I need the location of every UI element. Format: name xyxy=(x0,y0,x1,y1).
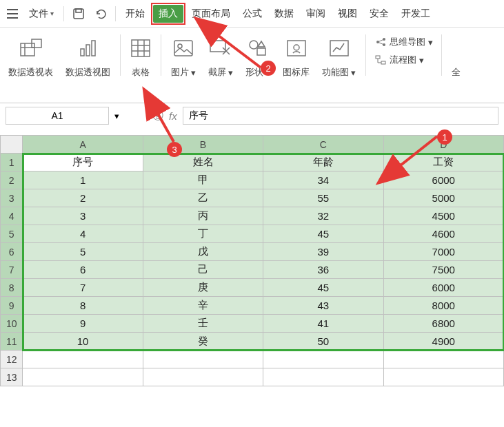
tab-start[interactable]: 开始 xyxy=(120,5,150,23)
cell[interactable]: 4500 xyxy=(383,207,503,225)
ribbon-screenshot[interactable]: 截屏▾ xyxy=(203,34,239,79)
ribbon-picture[interactable]: 图片▾ xyxy=(165,34,201,79)
cell[interactable] xyxy=(23,351,143,368)
cell[interactable]: 32 xyxy=(263,207,383,225)
tab-data[interactable]: 数据 xyxy=(269,5,299,23)
cell[interactable]: 45 xyxy=(263,279,383,297)
column-header[interactable]: A xyxy=(23,136,143,154)
row-header[interactable]: 6 xyxy=(1,243,23,261)
formula-input[interactable] xyxy=(183,107,498,125)
ribbon-pivot-table[interactable]: 数据透视表 xyxy=(3,34,59,79)
ribbon-pivot-chart[interactable]: 数据透视图 xyxy=(60,34,116,79)
row-header[interactable]: 7 xyxy=(1,261,23,279)
hamburger-icon[interactable] xyxy=(3,6,22,21)
cell[interactable]: 3 xyxy=(23,207,143,225)
cell[interactable]: 癸 xyxy=(143,333,263,351)
search-icon[interactable]: ⓖ xyxy=(152,109,163,123)
cell[interactable]: 55 xyxy=(263,189,383,207)
chevron-down-icon[interactable]: ▾ xyxy=(114,111,119,121)
tab-security[interactable]: 安全 xyxy=(364,5,394,23)
cell[interactable]: 庚 xyxy=(143,279,263,297)
cell[interactable]: 乙 xyxy=(143,189,263,207)
row-header[interactable]: 3 xyxy=(1,189,23,207)
cell[interactable] xyxy=(383,351,503,368)
svg-rect-12 xyxy=(257,48,265,55)
row-header[interactable]: 10 xyxy=(1,315,23,333)
cell[interactable]: 6 xyxy=(23,261,143,279)
tab-review[interactable]: 审阅 xyxy=(301,5,331,23)
ribbon-truncated[interactable]: 全 xyxy=(446,34,466,79)
row-header[interactable]: 2 xyxy=(1,171,23,189)
cell[interactable]: 姓名 xyxy=(143,154,263,171)
save-icon[interactable] xyxy=(68,5,89,23)
file-menu[interactable]: 文件▾ xyxy=(23,5,59,23)
cell[interactable]: 丙 xyxy=(143,207,263,225)
cell[interactable]: 4600 xyxy=(383,225,503,243)
cell[interactable]: 39 xyxy=(263,243,383,261)
cell[interactable]: 8000 xyxy=(383,297,503,315)
column-header[interactable]: B xyxy=(143,136,263,154)
cell[interactable]: 45 xyxy=(263,225,383,243)
fx-icon[interactable]: fx xyxy=(169,110,177,122)
cell[interactable]: 壬 xyxy=(143,315,263,333)
select-all-corner[interactable] xyxy=(1,136,23,154)
undo-icon[interactable] xyxy=(90,6,111,22)
cell[interactable]: 8 xyxy=(23,297,143,315)
cell[interactable]: 甲 xyxy=(143,171,263,189)
cell[interactable]: 辛 xyxy=(143,297,263,315)
row-header[interactable]: 12 xyxy=(1,351,23,368)
cell[interactable]: 41 xyxy=(263,315,383,333)
tab-insert[interactable]: 插入 xyxy=(153,5,183,23)
ribbon-mindmap[interactable]: 思维导图▾ xyxy=(374,34,433,50)
cell[interactable]: 5000 xyxy=(383,189,503,207)
cell[interactable]: 工资 xyxy=(383,154,503,171)
cell[interactable]: 6800 xyxy=(383,315,503,333)
cell[interactable]: 序号 xyxy=(23,154,143,171)
cell[interactable]: 36 xyxy=(263,261,383,279)
cell[interactable] xyxy=(143,351,263,368)
cell[interactable]: 7 xyxy=(23,279,143,297)
tab-developer[interactable]: 开发工 xyxy=(396,5,436,23)
cell[interactable]: 年龄 xyxy=(263,154,383,171)
row-header[interactable]: 11 xyxy=(1,333,23,351)
tab-view[interactable]: 视图 xyxy=(332,5,363,23)
cell[interactable]: 10 xyxy=(23,333,143,351)
row-header[interactable]: 13 xyxy=(1,368,23,386)
cell[interactable] xyxy=(23,368,143,386)
cell[interactable] xyxy=(383,368,503,386)
row-header[interactable]: 5 xyxy=(1,225,23,243)
cell[interactable]: 9 xyxy=(23,315,143,333)
cell-reference-input[interactable] xyxy=(6,107,109,125)
cell[interactable]: 5 xyxy=(23,243,143,261)
cell[interactable]: 7500 xyxy=(383,261,503,279)
cell[interactable]: 戊 xyxy=(143,243,263,261)
cell[interactable]: 己 xyxy=(143,261,263,279)
ribbon-iconlib[interactable]: 图标库 xyxy=(277,34,315,79)
row-header[interactable]: 4 xyxy=(1,207,23,225)
grid[interactable]: ABCD1序号姓名年龄工资21甲34600032乙55500043丙324500… xyxy=(0,135,504,386)
cell[interactable] xyxy=(263,368,383,386)
cell[interactable] xyxy=(263,351,383,368)
cell[interactable]: 2 xyxy=(23,189,143,207)
ribbon-feature-chart[interactable]: 功能图▾ xyxy=(316,34,361,79)
cell[interactable]: 7000 xyxy=(383,243,503,261)
column-header[interactable]: C xyxy=(263,136,383,154)
cell[interactable]: 6000 xyxy=(383,279,503,297)
cell[interactable]: 1 xyxy=(23,171,143,189)
chevron-down-icon: ▾ xyxy=(419,55,424,65)
tab-pagelayout[interactable]: 页面布局 xyxy=(186,5,236,23)
cell[interactable]: 50 xyxy=(263,333,383,351)
cell[interactable]: 4900 xyxy=(383,333,503,351)
cell[interactable]: 34 xyxy=(263,171,383,189)
row-header[interactable]: 8 xyxy=(1,279,23,297)
tab-formula[interactable]: 公式 xyxy=(237,5,268,23)
cell[interactable] xyxy=(143,368,263,386)
cell[interactable]: 43 xyxy=(263,297,383,315)
cell[interactable]: 丁 xyxy=(143,225,263,243)
row-header[interactable]: 1 xyxy=(1,154,23,171)
cell[interactable]: 4 xyxy=(23,225,143,243)
ribbon-table[interactable]: 表格 xyxy=(125,34,157,79)
ribbon-flowchart[interactable]: 流程图▾ xyxy=(374,52,433,67)
cell[interactable]: 6000 xyxy=(383,171,503,189)
row-header[interactable]: 9 xyxy=(1,297,23,315)
